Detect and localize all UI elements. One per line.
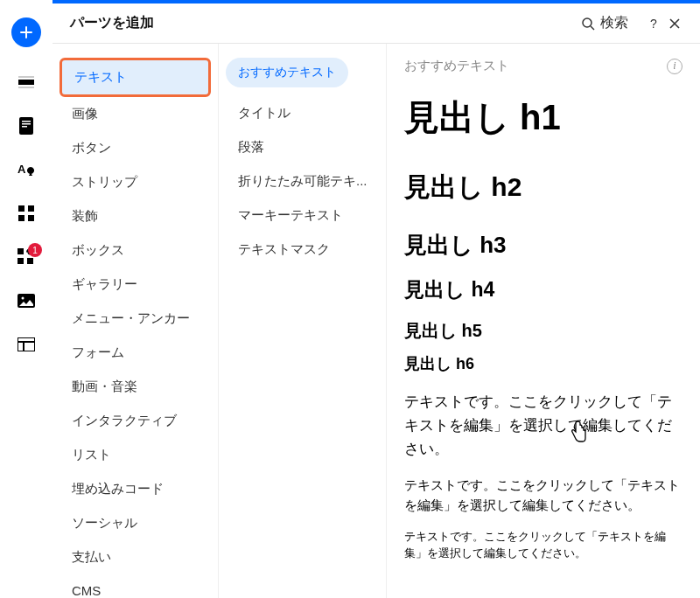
svg-text:A: A: [18, 163, 26, 176]
category-form[interactable]: フォーム: [60, 336, 211, 370]
category-gallery[interactable]: ギャラリー: [60, 268, 211, 302]
svg-rect-0: [18, 80, 34, 85]
heading-h3-sample[interactable]: 見出し h3: [404, 230, 682, 261]
svg-rect-4: [22, 121, 31, 122]
heading-h5-sample[interactable]: 見出し h5: [404, 319, 682, 343]
subcategory-textmask[interactable]: テキストマスク: [226, 233, 386, 267]
svg-rect-1: [18, 76, 34, 78]
close-button[interactable]: [667, 16, 682, 31]
svg-rect-8: [18, 205, 24, 212]
media-icon[interactable]: [18, 292, 35, 309]
notification-badge: 1: [28, 243, 42, 257]
svg-rect-6: [22, 126, 27, 128]
plus-icon: [19, 25, 33, 39]
svg-rect-2: [18, 87, 34, 88]
subcategory-recommended[interactable]: おすすめテキスト: [226, 58, 348, 87]
help-icon: ?: [648, 17, 660, 30]
appstore-icon[interactable]: 1: [18, 248, 35, 266]
preview-section-label: おすすめテキスト: [404, 58, 509, 74]
theme-icon[interactable]: A: [18, 161, 35, 178]
heading-h6-sample[interactable]: 見出し h6: [404, 353, 682, 374]
category-button[interactable]: ボタン: [60, 131, 211, 165]
svg-point-21: [583, 18, 592, 27]
subcategory-list: おすすめテキスト タイトル 段落 折りたたみ可能テキ... マーキーテキスト テ…: [219, 44, 387, 598]
svg-rect-14: [27, 258, 33, 264]
category-cms[interactable]: CMS: [60, 574, 211, 598]
svg-point-17: [22, 297, 24, 300]
category-strip[interactable]: ストリップ: [60, 165, 211, 199]
svg-text:?: ?: [650, 17, 657, 30]
category-payment[interactable]: 支払い: [60, 540, 211, 574]
panel-title: パーツを追加: [70, 14, 581, 32]
category-text[interactable]: テキスト: [60, 58, 211, 97]
apps-icon[interactable]: [18, 205, 35, 222]
panel-header: パーツを追加 検索 ?: [52, 3, 700, 44]
category-interactive[interactable]: インタラクティブ: [60, 404, 211, 438]
info-button[interactable]: i: [667, 59, 682, 74]
subcategory-paragraph[interactable]: 段落: [226, 130, 386, 164]
search-icon: [581, 17, 595, 31]
category-image[interactable]: 画像: [60, 97, 211, 131]
heading-h1-sample[interactable]: 見出し h1: [404, 94, 682, 142]
help-button[interactable]: ?: [646, 16, 662, 31]
svg-rect-9: [28, 205, 34, 212]
sections-icon[interactable]: [18, 73, 35, 91]
search-button[interactable]: 検索: [581, 14, 628, 32]
subcategory-marquee[interactable]: マーキーテキスト: [226, 198, 386, 233]
subcategory-title[interactable]: タイトル: [226, 96, 386, 130]
subcategory-collapsible[interactable]: 折りたたみ可能テキ...: [226, 164, 386, 198]
heading-h2-sample[interactable]: 見出し h2: [404, 170, 682, 205]
svg-rect-5: [22, 123, 31, 125]
svg-rect-13: [18, 258, 24, 264]
svg-line-22: [591, 26, 594, 30]
category-menu-anchor[interactable]: メニュー・アンカー: [60, 302, 211, 336]
add-element-button[interactable]: [11, 17, 41, 47]
heading-h4-sample[interactable]: 見出し h4: [404, 276, 682, 303]
add-panel: パーツを追加 検索 ? テキスト 画像 ボタン ストリップ 装飾 ボックス ギャ…: [52, 3, 700, 598]
svg-rect-11: [28, 215, 34, 221]
left-rail: A 1: [0, 0, 52, 598]
paragraph-small-sample[interactable]: テキストです。ここをクリックして「テキストを編集」を選択して編集してください。: [404, 528, 682, 562]
pages-icon[interactable]: [18, 117, 35, 135]
preview-pane: おすすめテキスト i 見出し h1 見出し h2 見出し h3 見出し h4 見…: [387, 44, 700, 598]
svg-rect-10: [18, 215, 24, 221]
close-icon: [668, 17, 681, 30]
paragraph-large-text: テキストです。ここをクリックして「テキストを編集」を選択して編集してください。: [404, 393, 672, 457]
preview-header: おすすめテキスト i: [404, 58, 682, 74]
search-label: 検索: [600, 14, 628, 32]
svg-rect-12: [18, 248, 24, 254]
category-list: テキスト 画像 ボタン ストリップ 装飾 ボックス ギャラリー メニュー・アンカ…: [52, 44, 219, 598]
paragraph-large-sample[interactable]: テキストです。ここをクリックして「テキストを編集」を選択して編集してください。: [404, 390, 682, 462]
category-box[interactable]: ボックス: [60, 233, 211, 268]
category-decorative[interactable]: 装飾: [60, 199, 211, 233]
svg-rect-18: [18, 337, 35, 351]
category-embed[interactable]: 埋め込みコード: [60, 472, 211, 506]
category-social[interactable]: ソーシャル: [60, 506, 211, 540]
paragraph-medium-sample[interactable]: テキストです。ここをクリックして「テキストを編集」を選択して編集してください。: [404, 476, 682, 516]
panel-body: テキスト 画像 ボタン ストリップ 装飾 ボックス ギャラリー メニュー・アンカ…: [52, 44, 700, 598]
layout-icon[interactable]: [18, 336, 35, 353]
category-list-elem[interactable]: リスト: [60, 438, 211, 472]
category-video-music[interactable]: 動画・音楽: [60, 370, 211, 404]
